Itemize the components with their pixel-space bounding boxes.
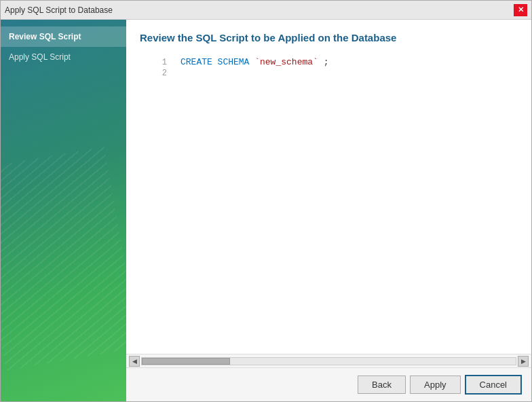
apply-button[interactable]: Apply [410,376,461,394]
code-block: 1 CREATE SCHEMA `new_schema` ; 2 [140,57,518,78]
close-button[interactable]: ✕ [514,4,527,16]
title-bar: Apply SQL Script to Database ✕ [1,1,531,20]
sidebar-item-apply-sql-script[interactable]: Apply SQL Script [1,47,126,67]
scroll-left-arrow[interactable]: ◀ [129,356,140,367]
scroll-thumb[interactable] [142,358,230,365]
line-number-1: 1 [140,58,167,67]
main-header: Review the SQL Script to be Applied on t… [126,20,531,50]
dialog-window: Apply SQL Script to Database ✕ Review SQ… [0,0,532,402]
line-number-2: 2 [140,69,167,78]
button-bar: Back Apply Cancel [126,367,531,401]
scroll-track[interactable] [141,357,516,365]
scroll-right-arrow[interactable]: ▶ [518,356,529,367]
code-line-1: 1 CREATE SCHEMA `new_schema` ; [140,57,518,67]
content-area: Review SQL Script Apply SQL Script Revie… [1,20,531,401]
horizontal-scrollbar[interactable]: ◀ ▶ [126,354,531,367]
code-area[interactable]: 1 CREATE SCHEMA `new_schema` ; 2 [126,50,531,354]
schema-name: `new_schema` [254,57,318,67]
cancel-button[interactable]: Cancel [465,375,522,395]
sidebar-item-label: Apply SQL Script [9,52,71,62]
sidebar: Review SQL Script Apply SQL Script [1,20,126,401]
main-title: Review the SQL Script to be Applied on t… [140,32,518,43]
code-line-2: 2 [140,69,518,78]
window-title: Apply SQL Script to Database [5,5,113,15]
sidebar-item-label: Review SQL Script [9,32,81,41]
semicolon: ; [318,57,329,67]
keyword-create: CREATE SCHEMA [180,57,254,67]
main-panel: Review the SQL Script to be Applied on t… [126,20,531,401]
line-content-1: CREATE SCHEMA `new_schema` ; [180,57,328,67]
back-button[interactable]: Back [358,376,406,394]
sidebar-item-review-sql-script[interactable]: Review SQL Script [1,26,126,47]
